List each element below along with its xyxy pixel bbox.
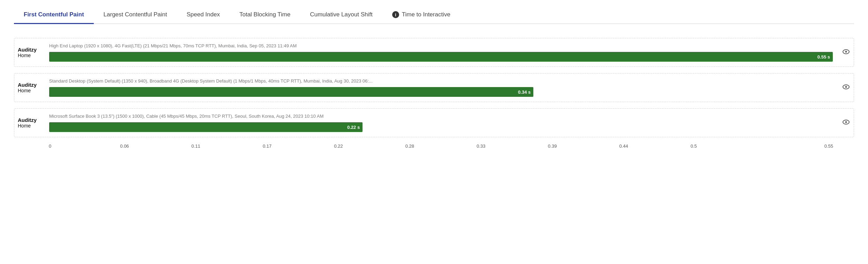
page-name: Home [18, 123, 49, 129]
tab-label-fcp: First Contentful Paint [24, 11, 84, 18]
tab-label-si: Speed Index [186, 11, 220, 18]
bar-value: 0.55 s [817, 54, 830, 60]
bar-container: 0.22 s [49, 122, 833, 132]
row-description: High End Laptop (1920 x 1080), 4G Fast(L… [49, 43, 833, 48]
site-name: Auditzy [18, 82, 49, 88]
bar-value: 0.22 s [347, 125, 360, 130]
bar: 0.55 s [49, 52, 833, 62]
site-name: Auditzy [18, 117, 49, 123]
tab-label-cls: Cumulative Layout Shift [310, 11, 373, 18]
tab-tbt[interactable]: Total Blocking Time [230, 7, 300, 24]
tab-bar: First Contentful PaintLargest Contentful… [14, 7, 854, 24]
x-axis-tick: 0.28 [405, 143, 477, 149]
x-axis-tick: 0.06 [120, 143, 192, 149]
rows-container: Auditzy Home High End Laptop (1920 x 108… [14, 38, 854, 137]
x-axis-tick: 0.5 [691, 143, 762, 149]
eye-icon[interactable] [842, 118, 850, 128]
tab-fcp[interactable]: First Contentful Paint [14, 7, 94, 24]
chart-area: Auditzy Home High End Laptop (1920 x 108… [14, 34, 854, 149]
x-axis: 00.060.110.170.220.280.330.390.440.50.55 [14, 143, 854, 149]
bar-container: 0.34 s [49, 87, 833, 97]
svg-point-1 [845, 51, 847, 53]
x-axis-tick: 0.39 [548, 143, 619, 149]
svg-point-3 [845, 86, 847, 88]
chart-row: Auditzy Home Microsoft Surface Book 3 (1… [14, 108, 854, 137]
bar: 0.34 s [49, 87, 533, 97]
eye-icon[interactable] [842, 83, 850, 93]
bar: 0.22 s [49, 122, 363, 132]
row-content-1: Standard Desktop (System Default) (1350 … [49, 78, 854, 97]
tab-label-tti: Time to Interactive [402, 11, 450, 18]
x-axis-tick: 0.11 [191, 143, 263, 149]
tab-tti[interactable]: iTime to Interactive [382, 7, 460, 24]
row-label-2: Auditzy Home [14, 114, 49, 132]
row-label-0: Auditzy Home [14, 43, 49, 62]
page-name: Home [18, 88, 49, 93]
x-axis-tick: 0 [49, 143, 120, 149]
tab-lcp[interactable]: Largest Contentful Paint [94, 7, 177, 24]
tab-cls[interactable]: Cumulative Layout Shift [300, 7, 382, 24]
x-axis-tick: 0.33 [477, 143, 548, 149]
row-content-0: High End Laptop (1920 x 1080), 4G Fast(L… [49, 43, 854, 62]
row-description: Microsoft Surface Book 3 (13.5") (1500 x… [49, 114, 833, 119]
row-label-1: Auditzy Home [14, 78, 49, 97]
row-description: Standard Desktop (System Default) (1350 … [49, 78, 833, 84]
tab-si[interactable]: Speed Index [177, 7, 229, 24]
x-axis-tick: 0.55 [762, 143, 833, 149]
tab-label-lcp: Largest Contentful Paint [104, 11, 167, 18]
x-axis-tick: 0.17 [263, 143, 334, 149]
page-name: Home [18, 53, 49, 58]
chart-row: Auditzy Home High End Laptop (1920 x 108… [14, 38, 854, 67]
chart-row: Auditzy Home Standard Desktop (System De… [14, 73, 854, 102]
x-axis-tick: 0.22 [334, 143, 405, 149]
x-axis-tick: 0.44 [619, 143, 691, 149]
site-name: Auditzy [18, 47, 49, 53]
main-container: First Contentful PaintLargest Contentful… [0, 0, 868, 159]
bar-container: 0.55 s [49, 52, 833, 62]
svg-point-5 [845, 121, 847, 123]
bar-value: 0.34 s [518, 90, 531, 95]
tab-label-tbt: Total Blocking Time [239, 11, 290, 18]
info-icon: i [392, 11, 399, 18]
eye-icon[interactable] [842, 47, 850, 57]
row-content-2: Microsoft Surface Book 3 (13.5") (1500 x… [49, 114, 854, 132]
